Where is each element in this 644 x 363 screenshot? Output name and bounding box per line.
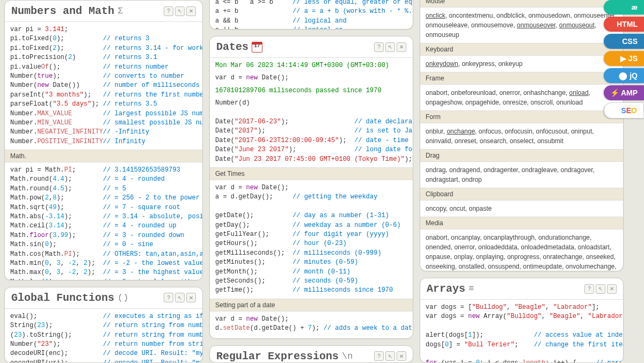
help-button[interactable]: ? (374, 42, 384, 52)
drag-events: ondrag, ondragend, ondragenter, ondragle… (420, 162, 623, 188)
help-button[interactable]: ? (584, 284, 594, 294)
keyboard-events: onkeydown, onkeypress, onkeyup (420, 56, 623, 72)
get-times-section: Get Times (210, 167, 413, 180)
numbers-code-1: var pi = 3.141; pi.toFixed(0); // return… (5, 22, 202, 150)
expand-button[interactable]: ↖ (175, 6, 185, 16)
form-events: onblur, onchange, onfocus, onfocusin, on… (420, 123, 623, 149)
mouse-section: Mouse (420, 0, 623, 8)
tab-jq[interactable]: ⬤ jQ (604, 68, 644, 83)
set-date-section: Setting part of a date (210, 299, 413, 312)
expand-button[interactable]: ↖ (385, 351, 395, 361)
calendar-icon: 17 (252, 42, 262, 53)
globals-title: Global Functions (11, 292, 114, 304)
dates-now: Mon Mar 06 2023 14:14:49 GMT+0300 (GMT+0… (210, 58, 413, 73)
dates-title: Dates (216, 41, 248, 53)
dates-ms: 1678101289706 miliseconds passed since 1… (210, 86, 413, 99)
help-button[interactable]: ? (374, 351, 384, 361)
help-button[interactable]: ? (164, 6, 173, 16)
tab-html[interactable]: HTML (604, 17, 644, 32)
global-functions-card: Global Functions() ? ↖ ✕ eval(); // exec… (4, 287, 203, 363)
side-tabs: æ HTML CSS ▶ JS ⬤ jQ ⚡ AMP SEO (604, 0, 644, 118)
tab-amp[interactable]: ⚡ AMP (604, 85, 644, 100)
frame-section: Frame (420, 72, 623, 85)
dates-code-2: Number(d) Date("2017-06-23"); // date de… (210, 99, 413, 167)
regex-card: Regular Expressions\n ? ↖ ✕ (209, 345, 413, 363)
events-card: Mouse onclick, oncontextmenu, ondblclick… (420, 0, 624, 271)
tab-js[interactable]: ▶ JS (604, 51, 644, 66)
close-button[interactable]: ✕ (186, 6, 196, 16)
numbers-title: Numbers and Math (11, 5, 114, 17)
tab-seo[interactable]: SEO (604, 102, 644, 118)
frame-events: onabort, onbeforeunload, onerror, onhash… (420, 85, 623, 110)
tab-ae[interactable]: æ (604, 0, 644, 14)
expand-button[interactable]: ↖ (385, 42, 395, 52)
math-section: Math. (5, 150, 202, 162)
dates-code-1: var d = new Date(); (210, 73, 413, 86)
dates-code-4: var d = new Date(); d.setDate(d.getDate(… (210, 312, 413, 339)
tab-css[interactable]: CSS (604, 34, 644, 49)
dates-card: Dates17 ? ↖ ✕ Mon Mar 06 2023 14:14:49 G… (209, 36, 413, 338)
arrays-code: var dogs = ["Bulldog", "Beagle", "Labrad… (420, 300, 623, 363)
close-button[interactable]: ✕ (397, 42, 406, 52)
expand-button[interactable]: ↖ (596, 284, 605, 294)
close-button[interactable]: ✕ (186, 293, 196, 302)
close-button[interactable]: ✕ (397, 351, 406, 361)
list-icon: ≡ (469, 284, 474, 294)
globals-code: eval(); // executes a string as if it St… (5, 309, 202, 363)
regex-title: Regular Expressions (216, 350, 339, 362)
media-section: Media (420, 217, 623, 229)
keyboard-section: Keyboard (420, 43, 623, 56)
arrays-title: Arrays (427, 283, 465, 295)
numbers-math-card: Numbers and MathΣ ? ↖ ✕ var pi = 3.141; … (4, 0, 203, 280)
close-button[interactable]: ✕ (607, 284, 617, 294)
form-section: Form (420, 110, 623, 123)
mouse-events: onclick, oncontextmenu, ondblclick, onmo… (420, 8, 623, 43)
dates-code-3: var d = new Date(); a = d.getDay(); // g… (210, 180, 413, 299)
newline-icon: \n (342, 351, 353, 361)
operators-code: a <= b a >= b // less or equal, greater … (210, 0, 413, 29)
sigma-icon: Σ (118, 6, 123, 16)
drag-section: Drag (420, 149, 623, 162)
operators-card-fragment: a <= b a >= b // less or equal, greater … (209, 0, 413, 29)
parens-icon: () (118, 293, 128, 303)
numbers-code-2: var pi = Math.PI; // 3.141592653589793 M… (5, 162, 202, 280)
expand-button[interactable]: ↖ (175, 293, 185, 302)
clipboard-section: Clipboard (420, 188, 623, 201)
media-events: onabort, oncanplay, oncanplaythrough, on… (420, 229, 623, 271)
clipboard-events: oncopy, oncut, onpaste (420, 201, 623, 217)
help-button[interactable]: ? (164, 293, 173, 302)
arrays-card: Arrays≡ ? ↖ ✕ var dogs = ["Bulldog", "Be… (420, 278, 624, 363)
